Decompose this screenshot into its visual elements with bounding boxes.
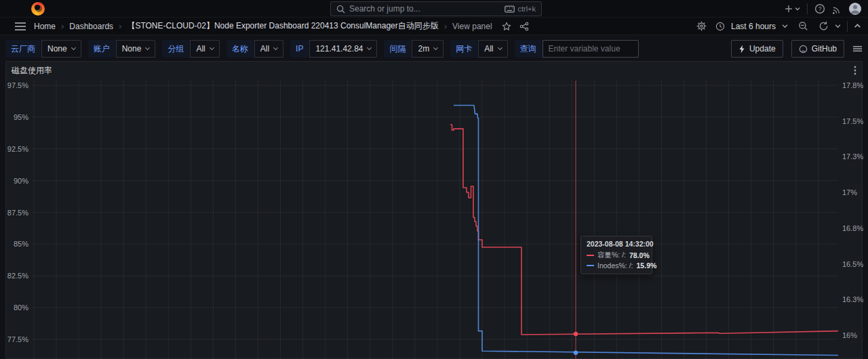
variable-label: 间隔: [384, 40, 411, 58]
dashboard-variables-row: 云厂商 None 账户 None 分组 All 名称 All IP 121.41…: [5, 39, 863, 58]
divider: [807, 3, 808, 14]
variables-actions: Update GitHub: [731, 40, 863, 58]
grafana-logo-icon[interactable]: [31, 2, 45, 16]
chevron-up-icon[interactable]: [854, 22, 861, 30]
chevron-down-icon: [145, 45, 150, 50]
chevron-down-icon: [497, 45, 502, 50]
variable-select[interactable]: 121.41.42.84: [309, 40, 377, 58]
help-icon[interactable]: ?: [814, 3, 825, 14]
tooltip-time: 2023-08-08 14:32:00: [587, 240, 646, 248]
user-avatar[interactable]: [849, 3, 861, 15]
search-box[interactable]: ctrl+k: [330, 1, 542, 16]
chevron-down-icon: [210, 45, 214, 50]
svg-text:95%: 95%: [14, 113, 28, 121]
variable-select[interactable]: All: [190, 40, 219, 58]
breadcrumb-bar: Home › Dashboards › 【STONE-CLOUD-02】Node…: [0, 18, 868, 35]
variable-account: 账户 None: [88, 40, 156, 58]
breadcrumb-view-panel: View panel: [452, 22, 492, 31]
breadcrumb: Home › Dashboards › 【STONE-CLOUD-02】Node…: [34, 20, 529, 32]
chevron-right-icon: ›: [444, 21, 447, 31]
svg-text:80%: 80%: [14, 303, 28, 312]
svg-text:77.5%: 77.5%: [7, 335, 28, 343]
timeseries-chart-canvas[interactable]: 97.5%95%92.5%90%87.5%85%82.5%80%77.5%17.…: [6, 79, 863, 359]
variable-query-input[interactable]: [542, 40, 639, 58]
share-icon[interactable]: [519, 22, 529, 31]
svg-text:?: ?: [818, 5, 822, 12]
panel-kebab-menu-icon[interactable]: [854, 66, 856, 75]
tooltip-row: Inodes%: /: 15.9%: [587, 261, 646, 270]
chevron-right-icon: ›: [119, 21, 121, 31]
svg-text:17.5%: 17.5%: [842, 117, 863, 125]
variable-select[interactable]: All: [254, 40, 283, 58]
svg-text:17.8%: 17.8%: [842, 81, 863, 89]
top-bar: ctrl+k ?: [0, 0, 868, 18]
keyboard-icon: [505, 5, 515, 13]
variable-group: 分组 All: [162, 40, 219, 58]
variable-select[interactable]: All: [478, 40, 507, 58]
variable-ip: IP 121.41.42.84: [290, 40, 377, 58]
star-icon[interactable]: [502, 22, 511, 31]
news-rss-icon[interactable]: [832, 4, 842, 14]
menu-icon[interactable]: [15, 22, 26, 30]
variable-query: 查询: [515, 40, 639, 58]
svg-text:85%: 85%: [14, 240, 28, 248]
clock-icon: [715, 22, 725, 31]
breadcrumb-dashboard-title[interactable]: 【STONE-CLOUD-02】Node Exporter Dashboard …: [127, 20, 438, 32]
variable-select[interactable]: None: [41, 40, 81, 58]
variable-cloud-vendor: 云厂商 None: [5, 40, 81, 58]
series-marker-capacity: [587, 255, 594, 257]
breadcrumb-dashboards[interactable]: Dashboards: [69, 22, 113, 31]
svg-text:16.8%: 16.8%: [842, 224, 863, 232]
svg-text:90%: 90%: [14, 177, 28, 185]
variable-interval: 间隔 2m: [384, 40, 443, 58]
topbar-actions: ?: [785, 0, 861, 18]
variable-label: 查询: [515, 40, 542, 58]
svg-text:16%: 16%: [842, 331, 857, 339]
svg-text:92.5%: 92.5%: [7, 145, 28, 153]
svg-text:17.3%: 17.3%: [842, 152, 863, 161]
svg-text:87.5%: 87.5%: [7, 209, 28, 217]
variable-name: 名称 All: [226, 40, 283, 58]
chevron-down-icon[interactable]: [835, 23, 841, 29]
list-menu-icon[interactable]: [852, 45, 863, 52]
time-range-label[interactable]: Last 6 hours: [731, 22, 776, 31]
chart-tooltip: 2023-08-08 14:32:00 容量%: /: 78.0% Inodes…: [580, 236, 652, 274]
svg-text:97.5%: 97.5%: [7, 81, 28, 89]
zoom-out-icon[interactable]: [798, 21, 808, 31]
svg-text:16.3%: 16.3%: [842, 295, 863, 303]
lightning-icon: [738, 45, 745, 54]
github-button[interactable]: GitHub: [791, 40, 844, 58]
search-icon: [336, 5, 345, 14]
chevron-right-icon: ›: [61, 21, 64, 31]
chevron-down-icon: [71, 45, 76, 50]
variable-label: 名称: [226, 40, 254, 58]
chevron-down-icon: [433, 45, 438, 50]
chevron-down-icon[interactable]: [782, 23, 788, 29]
variable-label: 账户: [88, 40, 115, 58]
variable-label: 云厂商: [5, 40, 41, 58]
chevron-down-icon: [273, 45, 278, 50]
search-input[interactable]: [349, 4, 500, 14]
variable-label: 分组: [162, 40, 189, 58]
variable-label: IP: [290, 40, 309, 58]
series-marker-inodes: [587, 265, 594, 267]
panel-header[interactable]: 磁盘使用率: [6, 62, 862, 79]
add-new-button[interactable]: [785, 5, 800, 13]
variable-label: 网卡: [450, 40, 477, 58]
svg-text:16.5%: 16.5%: [842, 260, 863, 268]
panel-title: 磁盘使用率: [12, 65, 52, 77]
variable-select[interactable]: 2m: [412, 40, 443, 58]
time-controls: Last 6 hours: [696, 21, 861, 32]
variable-select[interactable]: None: [116, 40, 156, 58]
refresh-icon[interactable]: [818, 21, 829, 31]
search-shortcut: ctrl+k: [505, 5, 536, 13]
disk-usage-panel: 磁盘使用率 97.5%95%92.5%90%87.5%85%82.5%80%77…: [5, 61, 863, 359]
svg-text:82.5%: 82.5%: [7, 272, 28, 280]
breadcrumb-home[interactable]: Home: [34, 22, 56, 31]
gear-icon[interactable]: [696, 21, 707, 31]
variable-nic: 网卡 All: [450, 40, 507, 58]
svg-text:17%: 17%: [842, 188, 857, 196]
update-button[interactable]: Update: [731, 40, 783, 58]
chevron-down-icon: [367, 45, 372, 50]
divider: [847, 21, 848, 32]
